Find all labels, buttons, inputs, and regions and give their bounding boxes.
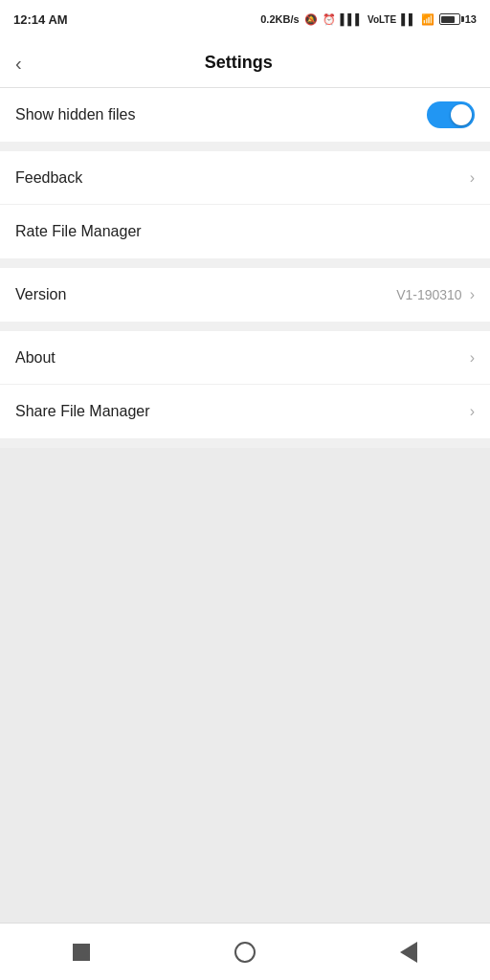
share-file-manager-item[interactable]: Share File Manager › [0,385,490,438]
feedback-label: Feedback [15,169,82,187]
back-nav-button[interactable] [385,933,433,971]
settings-section-1: Show hidden files [0,88,490,142]
bottom-nav [0,923,490,980]
toggle-track [427,101,475,128]
about-right: › [470,349,475,367]
feedback-right: › [470,169,475,187]
alarm-icon: ⏰ [323,13,336,26]
show-hidden-files-item[interactable]: Show hidden files [0,88,490,142]
signal2-icon: ▌▌ [401,13,416,25]
share-file-manager-right: › [470,403,475,420]
empty-area [0,448,490,923]
home-button[interactable] [221,933,269,971]
status-time: 12:14 AM [13,12,68,27]
share-file-manager-label: Share File Manager [15,403,150,420]
back-icon [400,942,417,963]
wifi-icon: 📶 [421,13,434,26]
recent-apps-button[interactable] [57,933,105,971]
feedback-item[interactable]: Feedback › [0,151,490,205]
version-value: V1-190310 [396,287,462,302]
settings-section-3: Version V1-190310 › [0,268,490,322]
version-item[interactable]: Version V1-190310 › [0,268,490,322]
settings-section-4: About › Share File Manager › [0,331,490,438]
page-title: Settings [32,53,446,73]
battery-indicator [439,13,460,25]
feedback-chevron: › [470,169,475,187]
version-right: V1-190310 › [396,286,475,303]
version-label: Version [15,286,66,303]
mute-icon: 🔕 [304,13,318,26]
share-file-manager-chevron: › [470,403,475,420]
toggle-thumb [451,104,472,125]
recent-apps-icon [73,944,90,961]
status-network: 0.2KB/s [260,13,299,25]
back-button[interactable]: ‹ [15,54,22,73]
rate-file-manager-item[interactable]: Rate File Manager [0,205,490,258]
signal-icon: ▌▌▌ [341,13,363,25]
settings-section-2: Feedback › Rate File Manager [0,151,490,258]
about-item[interactable]: About › [0,331,490,385]
show-hidden-files-label: Show hidden files [15,106,135,123]
rate-file-manager-label: Rate File Manager [15,223,142,240]
header: ‹ Settings [0,38,490,88]
battery-level: 13 [465,13,477,25]
status-right: 0.2KB/s 🔕 ⏰ ▌▌▌ VoLTE ▌▌ 📶 13 [260,13,477,26]
lte-icon: VoLTE [368,14,396,25]
show-hidden-files-toggle[interactable] [427,101,475,128]
about-chevron: › [470,349,475,367]
status-bar: 12:14 AM 0.2KB/s 🔕 ⏰ ▌▌▌ VoLTE ▌▌ 📶 13 [0,0,490,38]
version-chevron: › [470,286,475,303]
about-label: About [15,349,56,367]
home-icon [234,942,256,963]
